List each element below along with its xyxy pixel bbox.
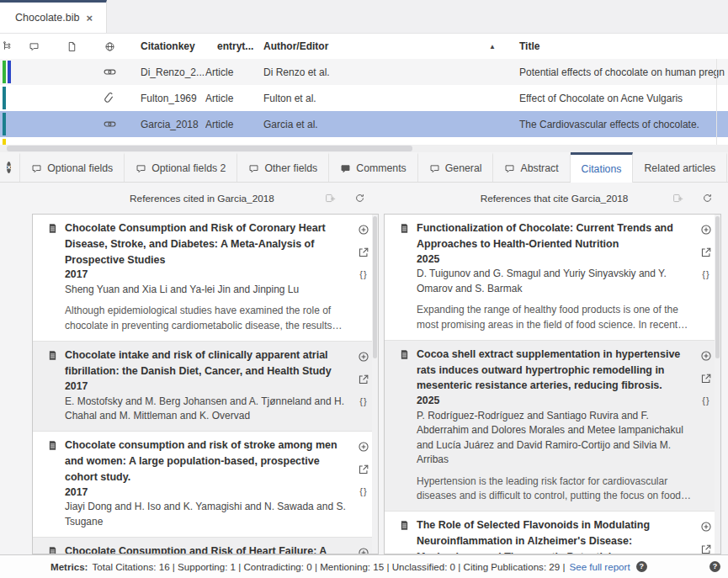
tab-other-fields[interactable]: Other fields [237,152,329,182]
reference-entry[interactable]: Chocolate Consumption and Risk of Heart … [33,537,378,554]
blue-group-bar [8,61,11,83]
tab-comments[interactable]: Comments [329,152,417,182]
cited-references-list: Chocolate Consumption and Risk of Corona… [32,214,379,554]
import-entries-icon[interactable] [672,193,683,204]
add-entry-icon[interactable] [700,521,712,533]
teal-group-bar [3,87,6,109]
bibtex-source-icon[interactable]: {} [359,269,367,279]
bibtex-source-icon[interactable]: {} [702,269,709,279]
article-icon [391,347,417,503]
table-row[interactable]: Fulton_1969ArticleFulton et al.Effect of… [0,85,728,111]
link-icon [91,66,129,78]
author-cell: Garcia et al. [263,119,507,130]
article-icon [40,220,65,333]
tab-optional-fields-2[interactable]: Optional fields 2 [125,152,237,182]
open-external-icon[interactable] [358,464,369,475]
attachment-icon [91,92,129,104]
entrytype-cell: Article [205,93,263,104]
open-external-icon[interactable] [700,373,712,384]
bibtex-source-icon[interactable]: {} [702,395,709,406]
field-icon [429,163,440,174]
citationkey-cell: Fulton_1969 [129,93,205,104]
tab-label: Other fields [264,162,317,174]
cited-by-panel: References cited in Garcia_2018 Chocolat… [24,183,380,554]
column-header-entrytype[interactable]: entryt... [205,40,263,52]
scrollbar-thumb[interactable] [715,216,720,358]
field-icon [248,163,259,174]
citing-list-scrollbar[interactable] [715,215,720,554]
add-entry-icon[interactable] [358,547,369,554]
citationkey-cell: Garcia_2018 [129,119,205,130]
reference-entry[interactable]: Chocolate consumption and risk of stroke… [33,431,378,537]
bibtex-source-icon[interactable]: {} [359,486,367,496]
groups-icon[interactable] [0,41,15,52]
reference-entry[interactable]: The Role of Selected Flavonoids in Modul… [385,511,720,554]
scrollbar-thumb[interactable] [373,216,377,358]
add-entry-icon[interactable] [700,350,712,362]
reference-year: 2017 [65,485,351,501]
open-external-icon[interactable] [700,247,712,258]
column-header-title[interactable]: Title [507,40,728,52]
group-color-bars [0,137,15,145]
tab-optional-fields[interactable]: Optional fields [19,152,125,182]
cited-list-scrollbar[interactable] [372,215,378,554]
tab-general[interactable]: General [418,152,494,182]
help-icon[interactable]: ? [636,561,647,572]
open-external-icon[interactable] [358,247,369,258]
import-entries-icon[interactable] [325,193,336,204]
refresh-icon[interactable] [354,193,365,204]
sort-ascending-icon[interactable]: ▲ [489,43,496,50]
reference-title: Chocolate consumption and risk of stroke… [65,437,351,485]
add-entry-icon[interactable] [358,441,369,453]
reference-authors: Jiayi Dong and H. Iso and K. Yamagishi a… [65,500,351,529]
table-horizontal-scrollbar[interactable] [0,145,728,152]
tab-abstract[interactable]: Abstract [493,152,570,182]
close-tab-icon[interactable]: × [86,12,93,24]
tab-label: Optional fields 2 [151,162,226,174]
globe-column-icon[interactable] [91,41,129,52]
add-entry-icon[interactable] [358,224,369,236]
reference-title: Chocolate Consumption and Risk of Corona… [65,220,351,268]
help-icon[interactable]: ? [709,561,720,572]
reference-abstract: Although epidemiological studies have ex… [65,304,351,333]
reference-abstract: Hypertension is the leading risk factor … [417,475,693,504]
column-divider [716,59,717,145]
bibtex-source-icon[interactable]: {} [359,396,367,406]
tab-label: Optional fields [47,162,113,174]
comment-icon [340,163,351,174]
entry-type-strip [0,183,24,554]
table-row[interactable]: Garcia_2018ArticleGarcia et al.The Cardi… [0,111,728,137]
refresh-icon[interactable] [702,193,713,204]
scrollbar-thumb[interactable] [7,146,412,151]
reference-authors: P. Rodríguez-Rodríguez and Santiago Ruvi… [417,409,693,468]
yellow-group-bar [3,139,6,145]
table-rows: Di_Renzo_2...ArticleDi Renzo et al.Poten… [0,59,728,145]
reference-entry[interactable]: Chocolate Consumption and Risk of Corona… [33,215,378,341]
reference-abstract: Expanding the range of healthy food prod… [417,303,693,332]
tab-citations[interactable]: Citations [571,152,634,183]
tab-label: Related articles [644,162,715,174]
document-tab-chocolate-bib[interactable]: Chocolate.bib × [0,0,107,33]
group-color-bars [0,111,15,137]
table-row[interactable]: Hagner_2013ArticleHagner et al.Effects o… [0,137,728,145]
see-full-report-link[interactable]: See full report [569,561,630,572]
column-header-citationkey[interactable]: Citationkey [129,40,205,52]
file-column-icon[interactable] [53,41,91,52]
reference-title: Functionalization of Chocolate: Current … [417,220,693,252]
column-header-author[interactable]: Author/Editor ▲ [263,40,507,52]
reference-entry[interactable]: Cocoa shell extract supplementation in h… [385,340,720,511]
table-row[interactable]: Di_Renzo_2...ArticleDi Renzo et al.Poten… [0,59,728,85]
reference-year: 2025 [417,252,693,268]
metrics-label: Metrics: [50,561,88,572]
reference-entry[interactable]: Functionalization of Chocolate: Current … [385,215,720,340]
reference-entry[interactable]: Chocolate intake and risk of clinically … [33,341,378,431]
entry-editor-tabbar: × Optional fieldsOptional fields 2Other … [0,152,728,183]
open-external-icon[interactable] [358,374,369,385]
comment-column-icon[interactable] [15,41,53,52]
tab-related-articles[interactable]: Related articles [633,152,727,182]
field-icon [31,163,42,174]
open-external-icon[interactable] [700,544,712,554]
close-entry-editor-button[interactable]: × [7,162,11,173]
add-entry-icon[interactable] [700,224,712,236]
add-entry-icon[interactable] [358,351,369,363]
